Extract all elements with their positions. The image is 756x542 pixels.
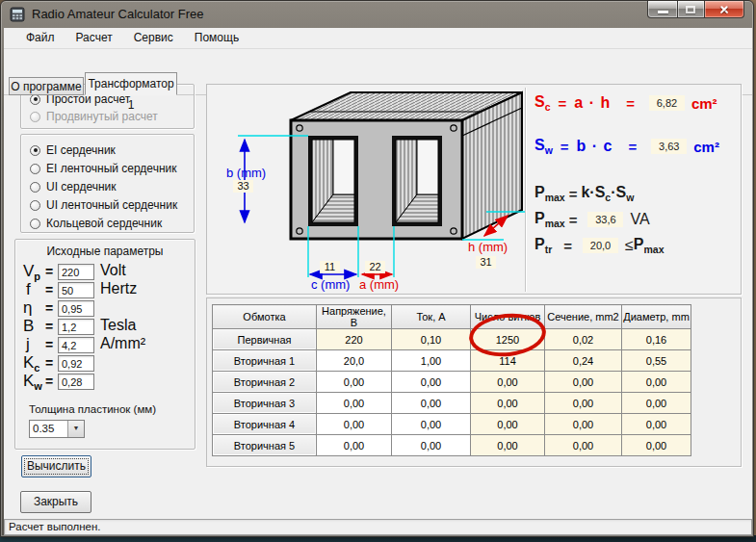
radio-ui-core[interactable]: UI сердечник <box>30 180 117 194</box>
radio-advanced-calc-label: Продвинутый расчет <box>46 110 158 123</box>
table-row-primary: Первичная 220 0,10 1250 0,02 0,16 <box>213 329 691 350</box>
cell-current[interactable]: 0,00 <box>392 372 471 393</box>
param-eta-input[interactable]: 0,95 <box>58 300 94 317</box>
radio-simple-calc-icon <box>30 94 40 105</box>
equals-sign: = <box>626 95 635 112</box>
title-bar[interactable]: Radio Amateur Calculator Free <box>1 1 753 28</box>
formula-sw-expr: b · c <box>577 138 613 155</box>
formula-pmax-symbol: P <box>534 210 545 226</box>
cell-current[interactable]: 0,00 <box>392 414 471 435</box>
equals-sign: = <box>560 139 569 155</box>
cell-diameter: 0,00 <box>622 393 691 414</box>
plate-thickness-value: 0.35 <box>33 423 54 434</box>
menu-bar: Файл Расчет Сервис Помощь <box>4 28 752 49</box>
close-icon <box>718 4 730 15</box>
col-header-winding: Обмотка <box>213 305 317 329</box>
cell-voltage: 220 <box>317 329 392 350</box>
formula-sc-symbol: S <box>534 93 545 110</box>
param-b-input[interactable]: 1,2 <box>58 319 94 335</box>
cell-diameter: 0,00 <box>622 435 691 456</box>
col-header-current: Ток, А <box>392 305 471 329</box>
tab-about[interactable]: О программе <box>9 77 84 95</box>
param-f-input[interactable]: 50 <box>58 282 94 298</box>
param-vp-sub: p <box>34 271 40 282</box>
minimize-button[interactable] <box>647 1 678 18</box>
col-header-section: Сечение, mm2 <box>545 305 622 329</box>
radio-ei-core[interactable]: EI сердечник <box>30 143 116 157</box>
dim-a-value: 22 <box>369 261 380 272</box>
col-header-voltage: Напряжение, В <box>317 305 392 329</box>
tab-transformer-1[interactable]: Трансформатор 1 <box>85 72 177 95</box>
winding-row-label: Вторичная 1 <box>213 350 317 372</box>
cell-voltage[interactable]: 0,00 <box>317 435 392 456</box>
cell-voltage[interactable]: 0,00 <box>317 393 392 414</box>
radio-advanced-calc-icon <box>30 112 40 122</box>
param-eta-name: η <box>23 298 32 317</box>
menu-calculation[interactable]: Расчет <box>65 28 123 48</box>
menu-help[interactable]: Помощь <box>184 28 249 48</box>
maximize-button[interactable] <box>678 1 704 18</box>
plate-thickness-combobox[interactable]: 0.35 ▼ <box>29 420 85 438</box>
calculate-button[interactable]: Вычислить <box>21 455 91 477</box>
param-row-kc: Kc = 0,92 <box>23 355 192 374</box>
col-header-diameter: Диаметр, mm <box>622 305 691 329</box>
cell-diameter: 0,16 <box>622 329 691 350</box>
formula-pmax-symbol: P <box>534 184 545 200</box>
input-params-group: Исходные параметры Vp = 220 Volt f = 50 … <box>14 239 196 450</box>
cell-current[interactable]: 1,00 <box>392 350 471 372</box>
dim-a-label: a (mm) <box>359 277 399 292</box>
radio-ei-tape-core[interactable]: EI ленточный сердечник <box>30 162 176 175</box>
formula-pmax-value: Pmax = 33,6 VA <box>534 209 650 230</box>
cell-turns: 0,00 <box>471 393 545 414</box>
table-row-secondary-3: Вторичная 3 0,00 0,00 0,00 0,00 0,00 <box>213 393 691 414</box>
panel-divider <box>525 88 526 292</box>
formula-sw-value: 3,63 <box>651 139 687 154</box>
radio-ei-core-label: EI сердечник <box>46 143 116 157</box>
formula-pmax-unit: VA <box>630 211 649 228</box>
close-button[interactable] <box>704 1 744 18</box>
winding-row-label: Вторичная 2 <box>213 372 317 393</box>
menu-file[interactable]: Файл <box>15 28 65 48</box>
close-form-button[interactable]: Закрыть <box>20 491 91 513</box>
param-j-unit: A/mm² <box>100 335 145 352</box>
winding-row-label: Первичная <box>213 329 317 350</box>
cell-section: 0,00 <box>545 393 622 414</box>
cell-diameter: 0,00 <box>622 414 691 435</box>
radio-ui-tape-core[interactable]: UI ленточный сердечник <box>30 198 177 212</box>
status-message: Расчет выполнен. <box>9 521 101 532</box>
equals-sign: = <box>45 355 53 371</box>
param-vp-input[interactable]: 220 <box>58 264 94 280</box>
dim-h-label: h (mm) <box>468 240 508 254</box>
param-vp-unit: Volt <box>100 262 126 279</box>
chevron-down-icon[interactable]: ▼ <box>67 421 84 437</box>
winding-row-label: Вторичная 3 <box>213 393 317 414</box>
param-f-unit: Hertz <box>100 280 137 297</box>
cell-voltage[interactable]: 20,0 <box>317 350 392 372</box>
radio-toroidal-core[interactable]: Кольцевой сердечник <box>30 217 162 230</box>
equals-sign: = <box>45 374 53 389</box>
col-header-turns: Число витков <box>471 305 545 329</box>
input-params-title: Исходные параметры <box>15 245 195 258</box>
param-kw-input[interactable]: 0,28 <box>58 374 94 390</box>
table-row-secondary-5: Вторичная 5 0,00 0,00 0,00 0,00 0,00 <box>213 435 691 456</box>
cell-current[interactable]: 0,00 <box>392 393 471 414</box>
radio-ei-core-icon <box>30 145 40 156</box>
less-equal-sign: ≤ <box>625 237 634 254</box>
windings-table-panel: Обмотка Напряжение, В Ток, А Число витко… <box>206 297 742 467</box>
dim-c-label: c (mm) <box>311 277 350 292</box>
formula-ptr: Ptr = 20,0 ≤ Pmax <box>534 235 665 256</box>
radio-toroidal-core-label: Кольцевой сердечник <box>46 217 162 230</box>
cell-voltage[interactable]: 0,00 <box>317 372 392 393</box>
cell-current[interactable]: 0,00 <box>392 435 471 456</box>
dim-b-label: b (mm) <box>226 166 266 180</box>
menu-service[interactable]: Сервис <box>123 28 184 48</box>
cell-voltage[interactable]: 0,00 <box>317 414 392 435</box>
param-kc-input[interactable]: 0,92 <box>58 355 94 372</box>
param-kw-name: K <box>23 372 34 390</box>
table-row-secondary-4: Вторичная 4 0,00 0,00 0,00 0,00 0,00 <box>213 414 691 435</box>
param-j-input[interactable]: 4,2 <box>58 337 94 353</box>
cell-section: 0,00 <box>545 414 622 435</box>
radio-advanced-calc[interactable]: Продвинутый расчет <box>30 110 158 123</box>
plate-thickness-label: Толщина пластинок (мм) <box>29 403 156 415</box>
table-row-secondary-2: Вторичная 2 0,00 0,00 0,00 0,00 0,00 <box>213 372 691 393</box>
